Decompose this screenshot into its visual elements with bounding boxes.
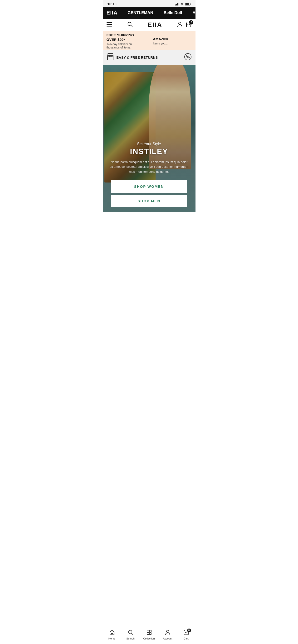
brand-bar-logo: EIIA bbox=[103, 10, 122, 16]
bottom-spacer bbox=[103, 212, 195, 231]
promo-amazing-title: AMAZING bbox=[153, 36, 192, 41]
returns-text: EASY & FREE RETURNS bbox=[117, 56, 158, 60]
signal-icon bbox=[175, 2, 179, 6]
shop-men-button[interactable]: SHOP MEN bbox=[111, 195, 187, 207]
svg-rect-8 bbox=[107, 24, 112, 25]
svg-point-18 bbox=[186, 55, 187, 56]
hero-content: Set Your Style INSTILEY Neque porro quis… bbox=[103, 142, 195, 212]
discount-icon-section: % bbox=[180, 53, 192, 62]
shop-women-button[interactable]: SHOP WOMEN bbox=[111, 180, 187, 193]
svg-rect-0 bbox=[175, 4, 176, 6]
package-icon bbox=[107, 53, 114, 62]
search-nav-icon[interactable] bbox=[127, 22, 132, 28]
svg-rect-7 bbox=[107, 22, 112, 23]
promo-shipping-title: FREE SHIPPING OVER $99* bbox=[107, 33, 145, 42]
hero-title: INSTILEY bbox=[108, 147, 191, 156]
cart-badge: 0 bbox=[189, 20, 193, 24]
returns-bar: EASY & FREE RETURNS % bbox=[103, 50, 195, 65]
promo-amazing-subtitle: Items you... bbox=[153, 42, 192, 45]
promo-banner: FREE SHIPPING OVER $99* Two-day delivery… bbox=[103, 31, 195, 50]
hero-section: Set Your Style INSTILEY Neque porro quis… bbox=[103, 65, 195, 212]
svg-rect-1 bbox=[176, 4, 177, 6]
brand-bar-item-1[interactable]: Belle Doll bbox=[159, 10, 186, 15]
svg-rect-2 bbox=[177, 3, 178, 6]
nav-logo: EIIA bbox=[147, 21, 162, 29]
nav-bar: EIIA 0 bbox=[103, 19, 195, 31]
battery-icon bbox=[185, 2, 191, 6]
returns-section: EASY & FREE RETURNS bbox=[107, 53, 180, 62]
promo-section-amazing: AMAZING Items you... bbox=[149, 31, 195, 50]
promo-section-shipping: FREE SHIPPING OVER $99* Two-day delivery… bbox=[103, 31, 149, 50]
nav-right: 0 bbox=[177, 22, 191, 28]
promo-shipping-subtitle: Two-day delivery on thousands of items. bbox=[107, 42, 145, 49]
hero-description: Neque porro quisquam est qui dolorem ips… bbox=[109, 160, 190, 174]
status-icons bbox=[175, 2, 191, 6]
promo-divider bbox=[149, 34, 149, 48]
svg-point-19 bbox=[189, 57, 190, 58]
svg-rect-14 bbox=[108, 55, 113, 60]
brand-bar: EIIA GENTLEMAN Belle Doll Amber. bbox=[103, 7, 195, 19]
account-nav-icon[interactable] bbox=[177, 22, 182, 28]
hamburger-menu-icon[interactable] bbox=[107, 22, 112, 28]
svg-rect-6 bbox=[185, 3, 189, 5]
svg-line-11 bbox=[131, 25, 132, 26]
brand-bar-item-0[interactable]: GENTLEMAN bbox=[123, 10, 157, 15]
brand-bar-items: GENTLEMAN Belle Doll Amber. bbox=[121, 9, 195, 16]
svg-point-12 bbox=[179, 22, 181, 24]
status-bar: 10:10 bbox=[103, 0, 195, 7]
svg-rect-3 bbox=[178, 2, 179, 6]
svg-rect-5 bbox=[190, 3, 190, 4]
brand-bar-item-2[interactable]: Amber. bbox=[188, 10, 195, 15]
cart-nav-icon[interactable]: 0 bbox=[186, 22, 191, 28]
svg-rect-9 bbox=[107, 26, 112, 26]
discount-icon: % bbox=[184, 53, 192, 60]
wifi-icon bbox=[180, 2, 184, 6]
status-time: 10:10 bbox=[108, 2, 117, 6]
hero-subtitle: Set Your Style bbox=[108, 142, 191, 146]
